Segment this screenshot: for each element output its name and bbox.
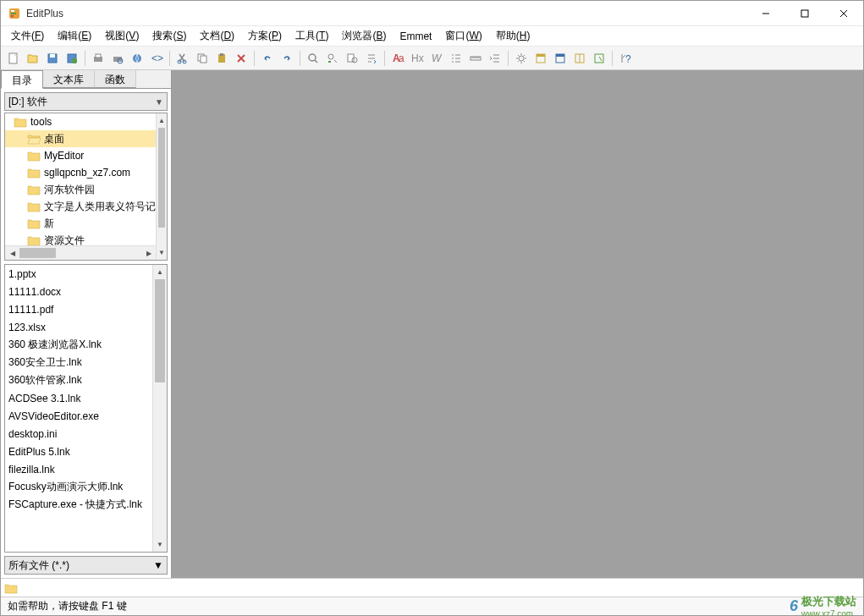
menu-v[interactable]: 视图(V) — [98, 26, 146, 46]
menu-label: 工具 — [295, 30, 316, 41]
ruler-icon[interactable] — [466, 49, 485, 68]
save-icon[interactable] — [43, 49, 62, 68]
tree-item[interactable]: 桌面 — [5, 130, 156, 147]
menu-t[interactable]: 工具(T) — [289, 26, 335, 46]
scroll-thumb[interactable] — [158, 128, 165, 228]
toolbar-separator — [254, 51, 255, 66]
tree-vertical-scrollbar[interactable]: ▲ ▼ — [156, 113, 167, 260]
menu-h[interactable]: 帮助(H) — [489, 26, 537, 46]
window1-icon[interactable] — [531, 49, 550, 68]
scroll-down-icon[interactable]: ▼ — [157, 245, 167, 260]
settings-icon[interactable] — [512, 49, 531, 68]
file-item[interactable]: AVSVideoEditor.exe — [5, 407, 152, 425]
menu-emmet[interactable]: Emmet — [393, 28, 438, 45]
menu-label: 编辑 — [58, 30, 78, 41]
open-file-icon[interactable] — [24, 49, 42, 68]
font-icon[interactable]: Aa — [388, 49, 407, 68]
menu-s[interactable]: 搜索(S) — [146, 26, 193, 46]
menu-w[interactable]: 窗口(W) — [438, 26, 488, 46]
browser-icon[interactable] — [128, 49, 146, 68]
file-item[interactable]: filezilla.lnk — [5, 460, 152, 478]
file-filter-select[interactable]: 所有文件 (*.*) ▼ — [4, 556, 168, 575]
redo-icon[interactable] — [278, 49, 296, 68]
menu-e[interactable]: 编辑(E) — [51, 26, 98, 46]
file-item[interactable]: 360 极速浏览器X.lnk — [5, 336, 152, 354]
find-icon[interactable] — [304, 49, 322, 68]
wordwrap-icon[interactable]: W — [427, 49, 446, 68]
window3-icon[interactable] — [570, 49, 589, 68]
scroll-thumb[interactable] — [155, 279, 165, 382]
path-input[interactable] — [21, 580, 860, 596]
paste-icon[interactable] — [212, 49, 231, 68]
tab-0[interactable]: 目录 — [1, 70, 43, 89]
scroll-up-icon[interactable]: ▲ — [153, 265, 167, 279]
window2-icon[interactable] — [551, 49, 570, 68]
scroll-thumb[interactable] — [19, 248, 56, 258]
file-item[interactable]: 360软件管家.lnk — [5, 371, 152, 389]
file-vertical-scrollbar[interactable]: ▲ ▼ — [152, 265, 167, 552]
file-item[interactable]: 360安全卫士.lnk — [5, 354, 152, 371]
tree-item[interactable]: 河东软件园 — [5, 181, 156, 198]
menu-b[interactable]: 浏览器(B) — [335, 26, 393, 46]
hex-icon[interactable]: Hx — [408, 49, 426, 68]
file-item[interactable]: FSCapture.exe - 快捷方式.lnk — [5, 496, 152, 514]
window4-icon[interactable] — [590, 49, 608, 68]
svg-line-26 — [315, 60, 317, 63]
new-file-icon[interactable] — [4, 49, 23, 68]
tree-horizontal-scrollbar[interactable]: ◀ ▶ — [5, 245, 156, 260]
file-item[interactable]: 11111.pdf — [5, 300, 152, 318]
goto-line-icon[interactable] — [362, 49, 381, 68]
undo-icon[interactable] — [258, 49, 277, 68]
folder-tree[interactable]: tools桌面MyEditorsgllqpcnb_xz7.com河东软件园文字是… — [5, 113, 156, 245]
print-preview-icon[interactable] — [108, 49, 127, 68]
tree-item-label: 文字是人类用表义符号记 — [44, 200, 156, 214]
tree-item[interactable]: 文字是人类用表义符号记 — [5, 198, 156, 215]
tab-2[interactable]: 函数 — [95, 70, 136, 88]
menu-d[interactable]: 文档(D) — [193, 26, 241, 46]
file-item[interactable]: 11111.docx — [5, 283, 152, 300]
cut-icon[interactable] — [173, 49, 192, 68]
line-numbers-icon[interactable] — [447, 49, 465, 68]
menu-f[interactable]: 文件(F) — [4, 26, 51, 46]
menu-label: 帮助 — [496, 30, 516, 41]
toolbar-separator — [85, 51, 85, 66]
svg-rect-42 — [595, 54, 603, 63]
save-as-icon[interactable] — [63, 49, 81, 68]
tree-item[interactable]: tools — [5, 113, 156, 130]
file-list[interactable]: 1.pptx11111.docx11111.pdf123.xlsx360 极速浏… — [5, 265, 152, 552]
tab-1[interactable]: 文本库 — [43, 70, 95, 88]
tree-item[interactable]: 新 — [5, 215, 156, 232]
file-item[interactable]: 1.pptx — [5, 265, 152, 283]
scroll-up-icon[interactable]: ▲ — [157, 113, 167, 128]
file-item[interactable]: EditPlus 5.lnk — [5, 443, 152, 460]
drive-select[interactable]: [D:] 软件 ▼ — [4, 92, 168, 111]
print-icon[interactable] — [89, 49, 107, 68]
file-item[interactable]: desktop.ini — [5, 425, 152, 443]
watermark-brand: 极光下载站 — [801, 594, 856, 609]
editor-area[interactable] — [172, 70, 863, 578]
delete-icon[interactable] — [232, 49, 250, 68]
find-files-icon[interactable] — [343, 49, 361, 68]
replace-icon[interactable] — [323, 49, 342, 68]
close-button[interactable] — [824, 1, 863, 26]
tree-item-label: 桌面 — [44, 132, 64, 146]
indent-icon[interactable] — [486, 49, 504, 68]
scroll-right-icon[interactable]: ▶ — [141, 246, 156, 260]
file-item[interactable]: Focusky动画演示大师.lnk — [5, 478, 152, 496]
copy-icon[interactable] — [193, 49, 212, 68]
tree-item-label: 河东软件园 — [44, 183, 95, 197]
scroll-left-icon[interactable]: ◀ — [5, 246, 19, 260]
tree-item[interactable]: 资源文件 — [5, 232, 156, 245]
file-item[interactable]: 123.xlsx — [5, 318, 152, 336]
html-icon[interactable]: <> — [147, 49, 166, 68]
maximize-button[interactable] — [785, 1, 824, 26]
scroll-down-icon[interactable]: ▼ — [153, 537, 167, 552]
minimize-button[interactable] — [746, 1, 785, 26]
folder-icon — [27, 217, 41, 229]
help-icon[interactable]: ? — [616, 49, 635, 68]
file-item[interactable]: ACDSee 3.1.lnk — [5, 389, 152, 407]
tree-item[interactable]: sgllqpcnb_xz7.com — [5, 164, 156, 181]
menu-p[interactable]: 方案(P) — [241, 26, 289, 46]
filter-label: 所有文件 (*.*) — [8, 558, 69, 573]
tree-item[interactable]: MyEditor — [5, 147, 156, 164]
